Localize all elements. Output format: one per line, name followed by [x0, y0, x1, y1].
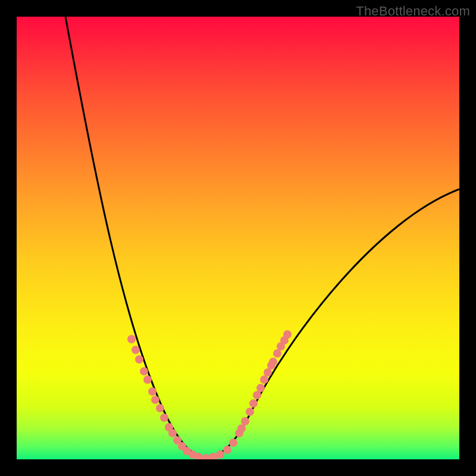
watermark-text: TheBottleneck.com: [356, 4, 470, 19]
marker-dot: [209, 453, 217, 459]
marker-dot: [256, 384, 265, 392]
marker-dot: [131, 346, 140, 354]
plot-frame: [17, 17, 459, 459]
marker-dot: [283, 330, 292, 339]
bottleneck-curve: [65, 17, 459, 458]
marker-dot: [223, 446, 231, 454]
marker-dot: [135, 355, 143, 364]
marker-dot: [143, 375, 152, 384]
marker-dot: [241, 417, 249, 425]
marker-dot: [202, 454, 210, 459]
marker-dot: [168, 429, 177, 437]
marker-dot: [246, 408, 254, 416]
marker-dot: [140, 367, 148, 375]
marker-dot: [249, 399, 258, 408]
marker-group: [127, 330, 292, 459]
marker-dot: [269, 358, 277, 366]
marker-dot: [156, 404, 164, 412]
marker-dot: [229, 439, 237, 447]
marker-dot: [160, 414, 168, 422]
marker-dot: [253, 391, 261, 399]
marker-dot: [148, 387, 156, 396]
marker-dot: [127, 335, 136, 343]
marker-dot: [264, 368, 272, 377]
marker-dot: [151, 396, 159, 404]
marker-dot: [216, 450, 224, 459]
marker-dot: [260, 375, 268, 384]
marker-dot: [273, 349, 281, 358]
marker-dot: [237, 424, 246, 433]
plot-svg: [17, 17, 459, 459]
